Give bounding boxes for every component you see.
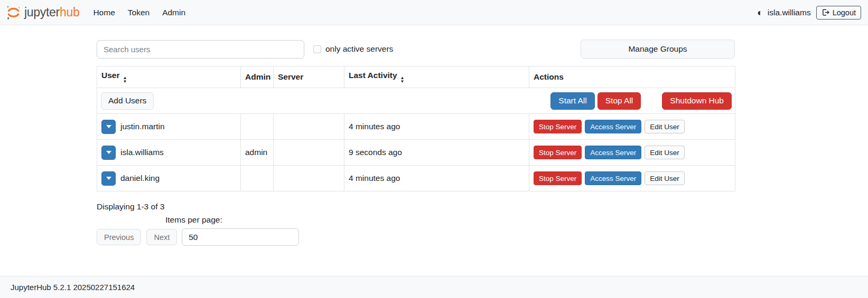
version-text: JupyterHub 5.2.1 20250227151624 <box>11 283 135 292</box>
pagination-controls: Previous Next <box>97 228 735 246</box>
server-cell <box>274 114 344 140</box>
brand-jupyter: jupyter <box>24 5 60 19</box>
col-header-user[interactable]: User▲▼ <box>97 66 241 88</box>
chevron-down-icon <box>106 177 111 180</box>
last-activity-cell: 4 minutes ago <box>344 114 529 140</box>
user-row: justin.martin 4 minutes ago Stop Server … <box>97 114 735 140</box>
chevron-down-icon <box>106 151 111 154</box>
users-table: User▲▼ Admin Server Last Activity▲▼ Acti… <box>97 66 735 191</box>
user-name: justin.martin <box>120 122 165 131</box>
jupyterhub-logo[interactable]: jupyterhub <box>5 4 79 21</box>
jupyter-logo-icon <box>5 4 22 21</box>
last-activity-cell: 9 seconds ago <box>344 140 529 166</box>
sort-icon-last-activity[interactable]: ▲▼ <box>400 76 405 84</box>
admin-cell <box>241 114 274 140</box>
search-input[interactable] <box>97 40 304 59</box>
shutdown-hub-button[interactable]: Shutdown Hub <box>662 92 732 110</box>
logout-icon <box>822 8 829 16</box>
stop-server-button[interactable]: Stop Server <box>534 120 582 133</box>
admin-cell: admin <box>241 140 274 166</box>
edit-user-button[interactable]: Edit User <box>645 146 685 159</box>
items-per-page-label: Items per page: <box>165 215 735 225</box>
server-cell <box>274 166 344 191</box>
user-name: daniel.king <box>120 174 160 183</box>
current-username: isla.williams <box>768 8 811 17</box>
next-page-button[interactable]: Next <box>146 229 177 245</box>
col-header-actions: Actions <box>529 66 735 88</box>
page-size-input[interactable] <box>182 228 299 246</box>
table-header-row: User▲▼ Admin Server Last Activity▲▼ Acti… <box>97 66 735 88</box>
add-users-button[interactable]: Add Users <box>101 92 154 110</box>
footer: JupyterHub 5.2.1 20250227151624 <box>0 276 868 298</box>
bulk-actions-row: Add Users Start All Stop All Shutdown Hu… <box>97 88 735 114</box>
user-row: isla.williams admin 9 seconds ago Stop S… <box>97 140 735 166</box>
logout-button[interactable]: Logout <box>816 6 861 20</box>
access-server-button[interactable]: Access Server <box>585 171 641 185</box>
col-header-server: Server <box>274 66 344 88</box>
stop-all-button[interactable]: Stop All <box>598 92 641 110</box>
user-dropdown-button[interactable] <box>101 120 116 134</box>
chevron-down-icon <box>106 125 111 128</box>
access-server-button[interactable]: Access Server <box>585 146 641 159</box>
navbar: jupyterhub Home Token Admin ◐ isla.willi… <box>0 0 868 25</box>
user-row: daniel.king 4 minutes ago Stop Server Ac… <box>97 166 735 191</box>
stop-server-button[interactable]: Stop Server <box>534 146 582 159</box>
edit-user-button[interactable]: Edit User <box>645 171 685 185</box>
manage-groups-button[interactable]: Manage Groups <box>581 40 735 59</box>
col-header-last-activity[interactable]: Last Activity▲▼ <box>344 66 529 88</box>
only-active-label: only active servers <box>325 44 393 54</box>
pagination-summary: Displaying 1-3 of 3 <box>97 202 735 212</box>
edit-user-button[interactable]: Edit User <box>645 120 685 133</box>
last-activity-cell: 4 minutes ago <box>344 166 529 191</box>
col-header-admin: Admin <box>241 66 274 88</box>
nav-admin[interactable]: Admin <box>162 8 185 17</box>
stop-server-button[interactable]: Stop Server <box>534 171 582 185</box>
only-active-checkbox[interactable] <box>313 45 321 53</box>
user-dropdown-button[interactable] <box>101 171 116 186</box>
navbar-right: ◐ isla.williams Logout <box>757 6 861 20</box>
sort-icon-user[interactable]: ▲▼ <box>123 76 127 84</box>
brand-hub: hub <box>60 5 79 19</box>
user-dropdown-button[interactable] <box>101 146 116 160</box>
toolbar: only active servers Manage Groups <box>97 40 735 59</box>
admin-panel: only active servers Manage Groups User▲▼… <box>97 40 735 246</box>
logout-label: Logout <box>833 8 856 17</box>
nav-home[interactable]: Home <box>93 8 115 17</box>
access-server-button[interactable]: Access Server <box>585 120 641 133</box>
nav-token[interactable]: Token <box>128 8 150 17</box>
previous-page-button[interactable]: Previous <box>97 229 141 245</box>
main-nav: Home Token Admin <box>93 8 185 17</box>
admin-cell <box>241 166 274 191</box>
theme-toggle-icon[interactable]: ◐ <box>757 8 763 17</box>
user-name: isla.williams <box>120 148 164 157</box>
start-all-button[interactable]: Start All <box>550 92 594 110</box>
server-cell <box>274 140 344 166</box>
